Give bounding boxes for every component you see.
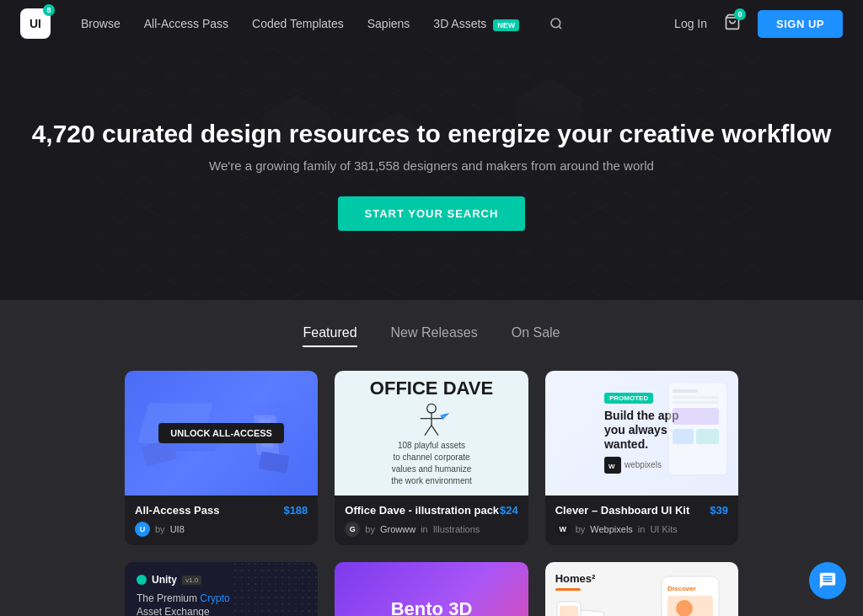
coded-templates-link[interactable]: Coded Templates: [252, 17, 344, 30]
homes-accent: [555, 588, 581, 591]
svg-text:W: W: [608, 463, 615, 470]
main-content: Featured New Releases On Sale: [0, 300, 863, 616]
svg-rect-30: [673, 389, 698, 393]
card-office-dave-avatar: G: [345, 522, 360, 537]
login-link[interactable]: Log In: [674, 17, 707, 30]
office-dave-sub: 108 playful assetsto channel corporateva…: [391, 440, 472, 487]
tab-featured[interactable]: Featured: [303, 325, 356, 347]
svg-rect-31: [673, 396, 719, 399]
card-clever-title: Clever – Dashboard UI Kit: [555, 504, 690, 517]
browse-link[interactable]: Browse: [81, 17, 121, 30]
logo-icon: UI 8: [20, 8, 51, 39]
svg-point-0: [551, 19, 560, 28]
hero-section: 4,720 curated design resources to energi…: [0, 47, 863, 300]
tab-on-sale[interactable]: On Sale: [512, 325, 560, 347]
homes-left: Homes²: [555, 572, 648, 616]
clever-right-deco: [664, 371, 732, 495]
card-office-dave-thumb: OFFICE DAVE 108 playful assetsto channel…: [335, 371, 528, 495]
hero-cta-button[interactable]: START YOUR SEARCH: [338, 196, 526, 231]
card-clever-thumb: PROMOTED Build the appyou alwayswanted. …: [545, 371, 738, 495]
logo[interactable]: UI 8: [20, 8, 51, 39]
new-badge: NEW: [493, 19, 519, 31]
cart-badge: 0: [734, 8, 746, 20]
search-icon[interactable]: [543, 10, 570, 37]
svg-rect-19: [259, 452, 290, 474]
card-all-access-by: by: [155, 524, 165, 534]
hero-subtitle: We're a growing family of 381,558 design…: [32, 158, 832, 173]
hero-title: 4,720 curated design resources to energi…: [32, 117, 832, 150]
svg-line-23: [425, 426, 432, 436]
tab-bar: Featured New Releases On Sale: [0, 325, 863, 347]
card-clever-price: $39: [710, 504, 728, 517]
unity-dot: [137, 575, 147, 585]
cards-row-2: Unity v1.0 The Premium Crypto Asset Exch…: [125, 562, 738, 616]
card-clever[interactable]: PROMOTED Build the appyou alwayswanted. …: [545, 371, 738, 545]
nav-right: Log In 0 SIGN UP: [674, 10, 843, 38]
svg-point-20: [427, 404, 437, 413]
card-unity[interactable]: Unity v1.0 The Premium Crypto Asset Exch…: [125, 562, 318, 616]
card-homes[interactable]: Homes²: [545, 562, 738, 616]
svg-rect-33: [673, 408, 719, 425]
cart-icon[interactable]: 0: [724, 13, 741, 35]
card-clever-info: Clever – Dashboard UI Kit $39 W by Webpi…: [545, 495, 738, 545]
card-clever-meta: W by Webpixels in UI Kits: [555, 522, 728, 537]
svg-rect-34: [673, 429, 694, 444]
card-all-access-meta: U by UI8: [135, 522, 308, 537]
card-all-access-thumb: UNLOCK ALL-ACCESS: [125, 371, 318, 495]
svg-line-24: [432, 426, 438, 436]
homes-label: Homes²: [555, 572, 648, 585]
svg-text:Discover: Discover: [667, 585, 696, 592]
svg-rect-37: [233, 562, 318, 616]
card-all-access-avatar: U: [135, 522, 150, 537]
card-all-access[interactable]: UNLOCK ALL-ACCESS All-Access Pass $188 U…: [125, 371, 318, 545]
hero-content: 4,720 curated design resources to energi…: [32, 117, 832, 231]
navbar: UI 8 Browse All-Access Pass Coded Templa…: [0, 0, 863, 47]
sapiens-link[interactable]: Sapiens: [367, 17, 410, 30]
cards-row-1: UNLOCK ALL-ACCESS All-Access Pass $188 U…: [125, 371, 738, 545]
card-clever-avatar: W: [555, 522, 571, 537]
svg-rect-35: [696, 429, 719, 444]
chat-button[interactable]: [809, 562, 846, 599]
card-all-access-author: UI8: [170, 524, 185, 534]
card-office-dave-title: Office Dave - illustration pack: [345, 504, 499, 517]
homes-right-deco: Discover: [654, 572, 728, 616]
svg-rect-32: [673, 401, 719, 404]
card-all-access-info: All-Access Pass $188 U by UI8: [125, 495, 318, 545]
unlock-label: UNLOCK ALL-ACCESS: [158, 423, 284, 443]
bento-content: Bento 3DDesign Vol.3: [391, 600, 473, 617]
tab-new-releases[interactable]: New Releases: [391, 325, 478, 347]
card-all-access-title: All-Access Pass: [135, 504, 219, 517]
clever-badge: PROMOTED: [604, 393, 653, 404]
logo-badge: 8: [43, 4, 55, 16]
card-office-dave-meta: G by Growww in Illustrations: [345, 522, 517, 537]
unity-card-content: Unity v1.0 The Premium Crypto Asset Exch…: [137, 574, 230, 616]
card-office-dave[interactable]: OFFICE DAVE 108 playful assetsto channel…: [335, 371, 528, 545]
card-office-dave-price: $24: [500, 504, 518, 517]
assets-3d-link[interactable]: 3D Assets NEW: [433, 17, 519, 30]
card-homes-thumb: Homes²: [545, 562, 738, 616]
bento-title: Bento 3DDesign: [391, 600, 473, 617]
signup-button[interactable]: SIGN UP: [758, 10, 843, 38]
cards-container: UNLOCK ALL-ACCESS All-Access Pass $188 U…: [0, 371, 863, 616]
card-office-dave-info: Office Dave - illustration pack $24 G by…: [335, 495, 528, 545]
all-access-link[interactable]: All-Access Pass: [144, 17, 228, 30]
card-unity-thumb: Unity v1.0 The Premium Crypto Asset Exch…: [125, 562, 318, 616]
unity-desc: The Premium Crypto Asset Exchange UI Des…: [137, 592, 230, 616]
card-bento-thumb: Bento 3DDesign Vol.3: [335, 562, 528, 616]
card-bento[interactable]: Bento 3DDesign Vol.3 Bento 3D Design Vol…: [335, 562, 528, 616]
svg-rect-41: [560, 606, 578, 616]
card-all-access-price: $188: [283, 504, 308, 517]
office-dave-title: OFFICE DAVE: [370, 379, 493, 398]
unity-logo-area: Unity v1.0: [137, 574, 230, 586]
